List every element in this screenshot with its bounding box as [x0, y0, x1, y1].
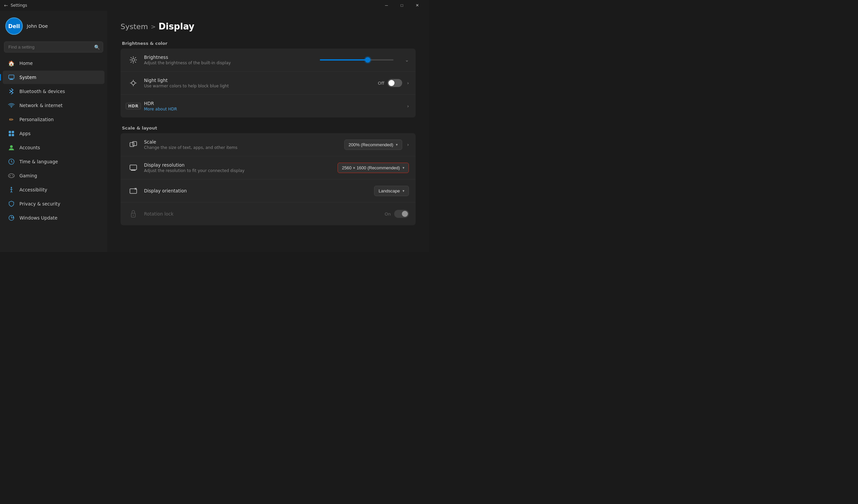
brightness-row[interactable]: Brightness Adjust the brightness of the … [121, 49, 416, 71]
scale-control: 200% (Recommended) ▾ › [344, 140, 409, 150]
sidebar-item-label: Windows Update [19, 215, 57, 221]
titlebar-left: ← Settings [4, 3, 27, 8]
sidebar: Dell John Doe 🔍 🏠 Home [0, 11, 107, 252]
orientation-row[interactable]: Display orientation Landscape ▾ [121, 179, 416, 202]
sidebar-item-accounts[interactable]: Accounts [3, 141, 105, 154]
close-button[interactable]: ✕ [410, 0, 425, 11]
minimize-button[interactable]: ─ [379, 0, 394, 11]
rotation-lock-control: On [385, 210, 409, 218]
main-content: System > Display Brightness & color [107, 11, 429, 252]
night-light-text: Night light Use warmer colors to help bl… [144, 78, 378, 88]
brightness-chevron-down: ⌄ [405, 57, 409, 63]
svg-point-37 [133, 215, 134, 216]
display-resolution-row[interactable]: Display resolution Adjust the resolution… [121, 156, 416, 179]
brightness-control: ⌄ [320, 57, 409, 63]
svg-point-25 [132, 81, 135, 85]
resolution-icon [127, 162, 139, 174]
svg-point-14 [11, 187, 12, 189]
breadcrumb-separator: > [151, 23, 156, 30]
night-light-row[interactable]: Night light Use warmer colors to help bl… [121, 71, 416, 95]
rotation-lock-text: Rotation lock [144, 211, 385, 216]
sidebar-item-update[interactable]: Windows Update [3, 211, 105, 225]
sidebar-item-apps[interactable]: Apps [3, 127, 105, 140]
svg-line-24 [131, 62, 132, 63]
sidebar-item-privacy[interactable]: Privacy & security [3, 197, 105, 211]
svg-line-21 [131, 58, 132, 58]
maximize-button[interactable]: □ [394, 0, 410, 11]
svg-point-9 [9, 174, 14, 178]
brightness-slider-container [320, 59, 400, 61]
sidebar-item-accessibility[interactable]: Accessibility [3, 183, 105, 196]
sidebar-item-label: Accessibility [19, 187, 47, 192]
sidebar-item-time[interactable]: Time & language [3, 155, 105, 168]
hdr-desc: More about HDR [144, 107, 406, 111]
hdr-link[interactable]: More about HDR [144, 107, 177, 111]
sidebar-item-label: System [19, 75, 36, 80]
content-area: Dell John Doe 🔍 🏠 Home [0, 11, 429, 252]
hdr-icon: HDR [127, 100, 139, 112]
scale-icon [127, 139, 139, 151]
night-light-toggle[interactable] [387, 79, 402, 87]
rotation-lock-row[interactable]: Rotation lock On [121, 202, 416, 225]
time-icon [8, 158, 15, 165]
svg-rect-3 [9, 131, 11, 133]
rotation-lock-toggle[interactable] [394, 210, 409, 218]
night-light-toggle-label: Off [378, 81, 384, 86]
scale-desc: Change the size of text, apps, and other… [144, 145, 344, 150]
back-icon[interactable]: ← [4, 3, 8, 8]
resolution-text: Display resolution Adjust the resolution… [144, 162, 337, 173]
sidebar-item-label: Time & language [19, 159, 58, 164]
svg-rect-2 [10, 79, 13, 80]
sidebar-item-personalization[interactable]: ✏️ Personalization [3, 113, 105, 126]
night-light-desc: Use warmer colors to help block blue lig… [144, 84, 378, 88]
search-box: 🔍 [4, 42, 103, 52]
bluetooth-icon [8, 88, 15, 95]
hdr-chevron-right: › [407, 103, 409, 109]
system-icon [8, 74, 15, 81]
svg-rect-4 [12, 131, 14, 133]
resolution-dropdown[interactable]: 2560 × 1600 (Recommended) ▾ [337, 163, 409, 173]
brightness-slider-track[interactable] [320, 59, 394, 61]
resolution-title: Display resolution [144, 162, 337, 168]
orientation-title: Display orientation [144, 188, 374, 193]
update-icon [8, 214, 15, 221]
search-input[interactable] [4, 42, 103, 52]
sidebar-item-gaming[interactable]: Gaming [3, 169, 105, 182]
hdr-row[interactable]: HDR HDR More about HDR › [121, 95, 416, 117]
sidebar-item-label: Bluetooth & devices [19, 89, 65, 94]
sidebar-item-system[interactable]: System [3, 70, 105, 84]
scale-row[interactable]: Scale Change the size of text, apps, and… [121, 133, 416, 156]
scale-layout-section: Scale & layout Scale Change the size o [121, 126, 416, 225]
gaming-icon [8, 172, 15, 179]
scale-dropdown-value: 200% (Recommended) [349, 142, 394, 147]
svg-rect-32 [130, 165, 137, 170]
sidebar-item-bluetooth[interactable]: Bluetooth & devices [3, 85, 105, 98]
night-light-icon [127, 77, 139, 89]
titlebar-controls: ─ □ ✕ [379, 0, 425, 11]
sidebar-item-home[interactable]: 🏠 Home [3, 56, 105, 70]
svg-point-13 [13, 176, 13, 176]
section-label-scale: Scale & layout [121, 126, 416, 131]
svg-point-16 [132, 59, 134, 61]
scale-text: Scale Change the size of text, apps, and… [144, 139, 344, 150]
home-icon: 🏠 [8, 60, 15, 67]
sidebar-item-network[interactable]: Network & internet [3, 99, 105, 112]
breadcrumb-parent[interactable]: System [121, 22, 148, 31]
brightness-color-section: Brightness & color [121, 41, 416, 117]
scale-dropdown[interactable]: 200% (Recommended) ▾ [344, 140, 402, 150]
titlebar: ← Settings ─ □ ✕ [0, 0, 429, 11]
svg-line-23 [135, 58, 136, 58]
svg-rect-6 [12, 134, 14, 136]
sidebar-item-label: Home [19, 61, 33, 66]
sidebar-item-label: Privacy & security [19, 201, 60, 207]
svg-rect-35 [130, 189, 137, 193]
breadcrumb: System > Display [121, 21, 416, 31]
brightness-slider-thumb[interactable] [365, 57, 370, 63]
accessibility-icon [8, 186, 15, 193]
sidebar-item-label: Gaming [19, 173, 37, 178]
orientation-dropdown[interactable]: Landscape ▾ [374, 186, 409, 196]
svg-rect-0 [9, 75, 14, 79]
apps-icon [8, 130, 15, 137]
brightness-title: Brightness [144, 54, 320, 60]
breadcrumb-current: Display [158, 21, 194, 31]
